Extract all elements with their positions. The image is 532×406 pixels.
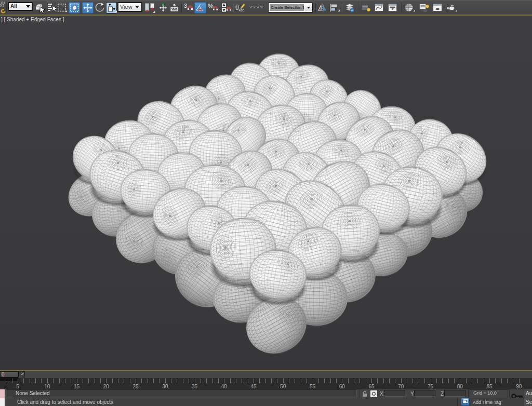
svg-text:%: %	[208, 3, 214, 10]
svg-text:3: 3	[184, 3, 187, 9]
svg-text:ABC: ABC	[239, 9, 245, 12]
